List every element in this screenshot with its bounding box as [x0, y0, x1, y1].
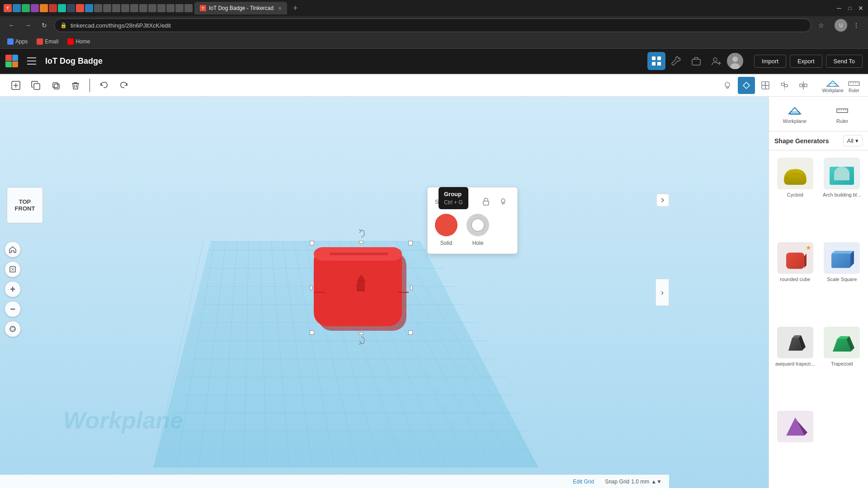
close-window-button[interactable]: ✕ — [857, 5, 864, 12]
svg-rect-25 — [762, 82, 765, 85]
cycloid-thumb — [777, 158, 813, 189]
shape-item-scale-square[interactable]: Scale Square — [820, 239, 865, 321]
lightbulb-icon[interactable] — [496, 195, 510, 208]
svg-rect-7 — [692, 59, 700, 65]
forward-button[interactable]: → — [22, 19, 34, 32]
tab-label: IoT Dog Badge - Tinkercad — [209, 5, 274, 11]
email-label: Email — [45, 38, 58, 45]
bookmark-star[interactable]: ☆ — [815, 19, 827, 32]
bookmark-email[interactable]: Email — [33, 36, 62, 47]
menu-icon[interactable] — [25, 55, 38, 67]
refresh-button[interactable]: ↻ — [38, 19, 51, 32]
workplane-btn[interactable]: Workplane — [822, 77, 844, 93]
hint-btn[interactable] — [719, 77, 736, 94]
favicon-9 — [76, 4, 84, 12]
export-button[interactable]: Export — [790, 55, 822, 68]
align-btn[interactable] — [776, 77, 793, 94]
edit-toolbar: Workplane Ruler — [0, 74, 868, 97]
svg-rect-17 — [34, 84, 40, 89]
favicon-n8 — [157, 4, 165, 12]
bookmark-apps[interactable]: Apps — [4, 36, 31, 47]
svg-rect-4 — [657, 56, 661, 60]
favicon-n9 — [166, 4, 175, 12]
group-popup: Group Ctrl + G — [439, 187, 468, 209]
new-shape-btn[interactable] — [7, 77, 24, 94]
tools-btn[interactable] — [667, 52, 685, 70]
favicon-n — [94, 4, 102, 12]
gallery-btn[interactable] — [687, 52, 705, 70]
shape-tool-btn[interactable] — [738, 77, 755, 94]
back-button[interactable]: ← — [5, 19, 18, 32]
favicon-n10 — [175, 4, 184, 12]
favicon-n11 — [184, 4, 193, 12]
home-favicon — [67, 38, 74, 45]
favicon-n5 — [130, 4, 138, 12]
snap-stepper[interactable]: ▲▼ — [651, 479, 662, 485]
shape-item-trap-green[interactable]: Trapezoid — [820, 323, 865, 406]
mirror-btn[interactable] — [795, 77, 812, 94]
collapse-panel-btn[interactable] — [656, 194, 669, 206]
orbit-btn[interactable] — [5, 321, 21, 337]
favicon-5 — [40, 4, 48, 12]
delete-btn[interactable] — [67, 77, 84, 94]
chevron-down-icon: ▾ — [855, 137, 859, 144]
undo-btn[interactable] — [95, 77, 113, 94]
favicon-n3 — [112, 4, 120, 12]
tinkercad-logo — [5, 55, 18, 67]
share-btn[interactable] — [707, 52, 725, 70]
svg-rect-1 — [27, 61, 36, 61]
new-tab-button[interactable]: + — [289, 2, 302, 14]
tab-close-btn[interactable]: ✕ — [278, 6, 282, 11]
shape-filter-dropdown[interactable]: All ▾ — [843, 135, 863, 146]
canvas-area[interactable]: Workplane — [0, 97, 769, 488]
solid-option[interactable]: Solid — [435, 214, 458, 246]
grid-view-btn[interactable] — [647, 52, 665, 70]
shape-item-arch[interactable]: Arch building bl... — [820, 154, 865, 237]
redo-btn[interactable] — [115, 77, 132, 94]
ruler-btn[interactable]: Ruler — [847, 77, 861, 93]
address-bar[interactable]: 🔒 tinkercad.com/things/28n6PJltXcK/edit — [54, 19, 811, 32]
zoom-out-btn[interactable]: − — [5, 301, 21, 317]
shape-item-trap-dark[interactable]: awquard trapezi... — [773, 323, 818, 406]
extensions-btn[interactable]: ⋮ — [850, 19, 863, 32]
workplane-label: Workplane — [822, 88, 844, 93]
active-tab[interactable]: T IoT Dog Badge - Tinkercad ✕ — [194, 2, 287, 14]
maximize-button[interactable]: □ — [846, 5, 854, 12]
user-avatar[interactable] — [727, 53, 743, 69]
zoom-in-btn[interactable]: + — [5, 281, 21, 297]
ruler-right-btn[interactable]: Ruler — [821, 100, 865, 127]
duplicate-btn[interactable] — [47, 77, 64, 94]
fit-all-btn[interactable] — [5, 261, 21, 277]
svg-rect-31 — [784, 84, 788, 87]
selected-object-container[interactable] — [311, 243, 411, 333]
rotation-handle-top[interactable] — [354, 229, 368, 242]
shape-item-cycloid[interactable]: Cycloid — [773, 154, 818, 237]
svg-rect-0 — [27, 57, 36, 58]
group-tool-btn[interactable] — [757, 77, 774, 94]
copy-btn[interactable] — [27, 77, 44, 94]
top-toolbar: IoT Dog Badge — [0, 49, 868, 74]
panel-scroll-arrow[interactable]: › — [656, 279, 669, 306]
view-cube-wrapper: TOP FRONT — [7, 187, 43, 223]
apps-label: Apps — [15, 38, 28, 45]
import-button[interactable]: Import — [754, 55, 786, 68]
send-to-button[interactable]: Send To — [826, 55, 863, 68]
shape-item-extra-1[interactable] — [773, 407, 818, 484]
ruler-label: Ruler — [849, 88, 859, 93]
svg-rect-30 — [781, 83, 784, 85]
minimize-button[interactable]: ─ — [835, 5, 843, 12]
badge-3d-shape[interactable] — [311, 243, 411, 333]
favicon-3 — [22, 4, 30, 12]
trap-dark-label: awquard trapezi... — [775, 361, 815, 366]
edit-grid-btn[interactable]: Edit Grid — [573, 479, 594, 485]
workplane-right-btn[interactable]: Workplane — [773, 100, 817, 127]
shape-item-rounded-cube[interactable]: ★ — [773, 239, 818, 321]
lock-icon[interactable] — [479, 195, 493, 208]
rotation-handle-bottom[interactable] — [354, 333, 368, 347]
left-nav-buttons: + − — [5, 241, 21, 337]
bookmark-home[interactable]: Home — [64, 36, 94, 47]
home-view-btn[interactable] — [5, 241, 21, 258]
hole-option[interactable]: Hole — [467, 214, 489, 246]
view-cube[interactable]: TOP FRONT — [7, 187, 43, 223]
main-area: Workplane — [0, 97, 868, 488]
